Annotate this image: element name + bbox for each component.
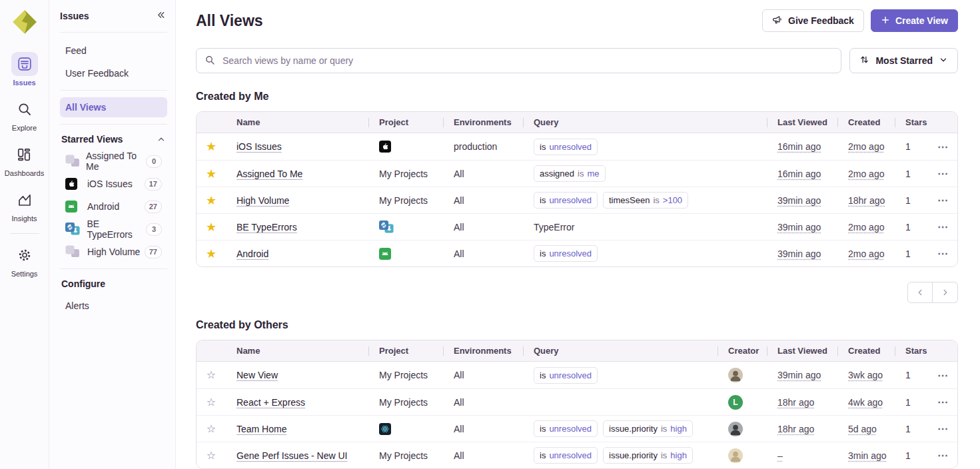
count-badge: 0 — [146, 155, 162, 168]
last-viewed-value[interactable]: 39min ago — [777, 248, 821, 259]
table-row: ★ High Volume My Projects All isunresolv… — [197, 187, 957, 213]
star-toggle[interactable]: ★ — [206, 248, 217, 260]
row-menu-button[interactable]: ⋯ — [937, 194, 949, 207]
rail-item-dashboards[interactable]: Dashboards — [5, 143, 44, 177]
sidebar-item-user-feedback[interactable]: User Feedback — [60, 63, 167, 83]
column-header-project: Project — [368, 117, 443, 127]
row-menu-button[interactable]: ⋯ — [937, 167, 949, 180]
created-value[interactable]: 2mo ago — [848, 248, 884, 259]
settings-icon — [11, 243, 38, 267]
search-input[interactable] — [221, 55, 833, 67]
view-name-link[interactable]: BE TypeErrors — [237, 222, 297, 233]
last-viewed-value[interactable]: 18hr ago — [777, 424, 814, 434]
create-view-button[interactable]: Create View — [871, 9, 958, 32]
nav-rail: Issues Explore Dashboards Insights Sett — [0, 0, 49, 469]
sort-dropdown[interactable]: Most Starred — [849, 48, 958, 73]
configure-header: Configure — [60, 278, 166, 289]
org-logo[interactable] — [11, 8, 39, 36]
row-menu-button[interactable]: ⋯ — [937, 396, 949, 408]
star-toggle[interactable]: ☆ — [207, 450, 216, 461]
view-name-link[interactable]: iOS Issues — [237, 141, 282, 152]
row-menu-button[interactable]: ⋯ — [937, 369, 949, 382]
view-name-link[interactable]: Team Home — [237, 424, 286, 434]
collapse-sidebar-button[interactable] — [155, 9, 167, 23]
star-toggle[interactable]: ★ — [206, 168, 217, 180]
rail-divider — [10, 233, 39, 234]
rail-item-settings[interactable]: Settings — [11, 243, 38, 278]
last-viewed-value[interactable]: 16min ago — [777, 169, 821, 179]
sidebar: Issues Feed User Feedback All Views Star… — [49, 0, 176, 469]
created-value[interactable]: 3wk ago — [848, 370, 883, 380]
environments-cell: All — [443, 214, 523, 240]
view-name-link[interactable]: Assigned To Me — [237, 169, 302, 179]
created-value[interactable]: 2mo ago — [848, 169, 884, 179]
rail-item-label: Issues — [13, 79, 35, 87]
row-menu-button[interactable]: ⋯ — [937, 247, 949, 260]
column-header-stars: Stars — [895, 117, 929, 127]
row-menu-button[interactable]: ⋯ — [937, 141, 949, 153]
created-value[interactable]: 3min ago — [848, 450, 887, 461]
prev-page-button[interactable] — [907, 282, 933, 303]
next-page-button[interactable] — [933, 282, 958, 303]
sidebar-divider — [60, 90, 167, 91]
column-header-environments: Environments — [443, 117, 523, 127]
last-viewed-value[interactable]: 16min ago — [777, 141, 821, 152]
star-toggle[interactable]: ☆ — [207, 424, 216, 434]
star-toggle[interactable]: ★ — [206, 221, 217, 233]
view-name-link[interactable]: React + Express — [237, 397, 305, 408]
last-viewed-value[interactable]: 39min ago — [777, 370, 821, 380]
last-viewed-value[interactable]: 39min ago — [777, 195, 821, 206]
plus-icon — [881, 15, 890, 27]
star-toggle[interactable]: ★ — [206, 195, 217, 207]
environments-cell: All — [443, 362, 523, 388]
apple-project-icon — [65, 178, 83, 190]
sidebar-item-all-views[interactable]: All Views — [60, 97, 167, 117]
project-cell: My Projects — [368, 187, 443, 213]
created-value[interactable]: 2mo ago — [848, 222, 884, 233]
view-name-link[interactable]: Android — [237, 248, 268, 259]
sidebar-item-high-volume[interactable]: High Volume 77 — [60, 242, 167, 262]
star-toggle[interactable]: ★ — [206, 141, 217, 153]
view-name-link[interactable]: High Volume — [237, 195, 289, 206]
row-menu-button[interactable]: ⋯ — [937, 422, 949, 435]
star-toggle[interactable]: ☆ — [207, 397, 216, 408]
last-viewed-value[interactable]: 39min ago — [777, 222, 821, 233]
sidebar-item-assigned-to-me[interactable]: Assigned To Me 0 — [60, 151, 167, 171]
rail-item-issues[interactable]: Issues — [11, 52, 38, 87]
environments-cell: All — [443, 187, 523, 213]
rail-item-insights[interactable]: Insights — [11, 188, 38, 223]
star-toggle[interactable]: ☆ — [207, 370, 216, 380]
column-header-last-viewed: Last Viewed — [767, 117, 837, 127]
last-viewed-value[interactable]: 18hr ago — [777, 397, 814, 408]
created-value[interactable]: 2mo ago — [848, 141, 884, 152]
project-cell — [368, 416, 443, 442]
sidebar-item-android[interactable]: Android 27 — [60, 197, 167, 217]
row-menu-button[interactable]: ⋯ — [937, 221, 949, 233]
search-box[interactable] — [196, 48, 841, 73]
created-value[interactable]: 4wk ago — [848, 397, 883, 408]
sidebar-divider — [60, 268, 167, 269]
table-row: ★ Assigned To Me My Projects All assigne… — [197, 160, 957, 187]
table-row: ★ BE TypeErrors All TypeError 39min ago … — [197, 213, 957, 240]
stars-count: 1 — [895, 133, 929, 160]
column-header-environments: Environments — [443, 346, 523, 356]
row-menu-button[interactable]: ⋯ — [937, 449, 949, 462]
environments-cell: All — [443, 240, 523, 266]
starred-views-header[interactable]: Starred Views — [60, 134, 166, 145]
rail-item-explore[interactable]: Explore — [11, 97, 38, 132]
created-value[interactable]: 18hr ago — [848, 195, 885, 206]
created-value[interactable]: 5d ago — [848, 424, 877, 434]
stars-count: 1 — [895, 240, 929, 266]
give-feedback-button[interactable]: Give Feedback — [762, 9, 864, 32]
last-viewed-value[interactable]: – — [777, 450, 783, 461]
sidebar-item-feed[interactable]: Feed — [60, 41, 167, 61]
view-name-link[interactable]: Gene Perf Issues - New UI — [237, 450, 348, 461]
sidebar-item-be-typeerrors[interactable]: BE TypeErrors 3 — [60, 219, 167, 239]
section-heading-created-by-others: Created by Others — [196, 319, 958, 331]
column-header-creator: Creator — [718, 346, 767, 356]
column-header-last-viewed: Last Viewed — [767, 346, 837, 356]
sidebar-item-alerts[interactable]: Alerts — [60, 296, 167, 316]
stars-count: 1 — [895, 389, 929, 415]
sidebar-item-ios-issues[interactable]: iOS Issues 17 — [60, 174, 167, 194]
view-name-link[interactable]: New View — [237, 370, 278, 380]
